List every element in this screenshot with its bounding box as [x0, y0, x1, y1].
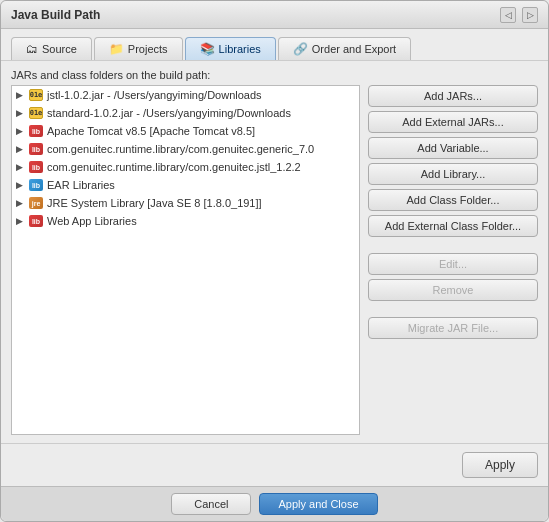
spacer [368, 241, 538, 249]
window-title: Java Build Path [11, 8, 100, 22]
tree-panel[interactable]: ▶ 01e jstl-1.0.2.jar - /Users/yangyiming… [11, 85, 360, 435]
tab-projects[interactable]: 📁 Projects [94, 37, 183, 60]
arrow-icon: ▶ [16, 216, 28, 226]
add-variable-button[interactable]: Add Variable... [368, 137, 538, 159]
list-item[interactable]: ▶ lib Web App Libraries [12, 212, 359, 230]
arrow-icon: ▶ [16, 144, 28, 154]
arrow-icon: ▶ [16, 126, 28, 136]
panels: ▶ 01e jstl-1.0.2.jar - /Users/yangyiming… [11, 85, 538, 435]
apply-button[interactable]: Apply [462, 452, 538, 478]
list-item[interactable]: ▶ 01e standard-1.0.2.jar - /Users/yangyi… [12, 104, 359, 122]
arrow-icon: ▶ [16, 198, 28, 208]
tree-item-label: com.genuitec.runtime.library/com.genuite… [47, 161, 301, 173]
title-bar-controls: ◁ ▷ [500, 7, 538, 23]
jar-icon: 01e [28, 106, 44, 120]
tab-bar: 🗂 Source 📁 Projects 📚 Libraries 🔗 Order … [1, 29, 548, 61]
arrow-icon: ▶ [16, 90, 28, 100]
migrate-jar-button[interactable]: Migrate JAR File... [368, 317, 538, 339]
tab-libraries-label: Libraries [219, 43, 261, 55]
add-external-class-folder-button[interactable]: Add External Class Folder... [368, 215, 538, 237]
nav-back-button[interactable]: ◁ [500, 7, 516, 23]
libraries-tab-icon: 📚 [200, 42, 215, 56]
spacer [368, 305, 538, 313]
remove-button[interactable]: Remove [368, 279, 538, 301]
add-jars-button[interactable]: Add JARs... [368, 85, 538, 107]
add-library-button[interactable]: Add Library... [368, 163, 538, 185]
list-item[interactable]: ▶ jre JRE System Library [Java SE 8 [1.8… [12, 194, 359, 212]
tree-item-label: EAR Libraries [47, 179, 115, 191]
tab-order-export-label: Order and Export [312, 43, 396, 55]
tab-projects-label: Projects [128, 43, 168, 55]
apply-bar: Apply [1, 443, 548, 486]
arrow-icon: ▶ [16, 162, 28, 172]
apply-close-button[interactable]: Apply and Close [259, 493, 377, 515]
list-item[interactable]: ▶ lib com.genuitec.runtime.library/com.g… [12, 140, 359, 158]
tree-item-label: standard-1.0.2.jar - /Users/yangyiming/D… [47, 107, 291, 119]
cancel-button[interactable]: Cancel [171, 493, 251, 515]
add-external-jars-button[interactable]: Add External JARs... [368, 111, 538, 133]
library-icon: lib [28, 214, 44, 228]
order-export-tab-icon: 🔗 [293, 42, 308, 56]
tree-item-label: jstl-1.0.2.jar - /Users/yangyiming/Downl… [47, 89, 262, 101]
tree-item-label: Apache Tomcat v8.5 [Apache Tomcat v8.5] [47, 125, 255, 137]
projects-tab-icon: 📁 [109, 42, 124, 56]
arrow-icon: ▶ [16, 108, 28, 118]
tree-item-label: Web App Libraries [47, 215, 137, 227]
list-item[interactable]: ▶ lib Apache Tomcat v8.5 [Apache Tomcat … [12, 122, 359, 140]
edit-button[interactable]: Edit... [368, 253, 538, 275]
section-label: JARs and class folders on the build path… [11, 69, 538, 81]
tab-libraries[interactable]: 📚 Libraries [185, 37, 276, 60]
bottom-action-bar: Cancel Apply and Close [1, 486, 548, 521]
buttons-panel: Add JARs... Add External JARs... Add Var… [368, 85, 538, 435]
arrow-icon: ▶ [16, 180, 28, 190]
jar-icon: 01e [28, 88, 44, 102]
main-content: JARs and class folders on the build path… [1, 61, 548, 443]
list-item[interactable]: ▶ 01e jstl-1.0.2.jar - /Users/yangyiming… [12, 86, 359, 104]
title-bar: Java Build Path ◁ ▷ [1, 1, 548, 29]
java-build-path-window: Java Build Path ◁ ▷ 🗂 Source 📁 Projects … [0, 0, 549, 522]
tree-item-label: com.genuitec.runtime.library/com.genuite… [47, 143, 314, 155]
content-area: 🗂 Source 📁 Projects 📚 Libraries 🔗 Order … [1, 29, 548, 521]
ear-icon: lib [28, 178, 44, 192]
jre-icon: jre [28, 196, 44, 210]
tab-source[interactable]: 🗂 Source [11, 37, 92, 60]
tab-source-label: Source [42, 43, 77, 55]
tab-order-export[interactable]: 🔗 Order and Export [278, 37, 411, 60]
library-icon: lib [28, 142, 44, 156]
nav-forward-button[interactable]: ▷ [522, 7, 538, 23]
library-icon: lib [28, 160, 44, 174]
list-item[interactable]: ▶ lib com.genuitec.runtime.library/com.g… [12, 158, 359, 176]
tree-item-label: JRE System Library [Java SE 8 [1.8.0_191… [47, 197, 262, 209]
library-icon: lib [28, 124, 44, 138]
add-class-folder-button[interactable]: Add Class Folder... [368, 189, 538, 211]
list-item[interactable]: ▶ lib EAR Libraries [12, 176, 359, 194]
source-tab-icon: 🗂 [26, 42, 38, 56]
